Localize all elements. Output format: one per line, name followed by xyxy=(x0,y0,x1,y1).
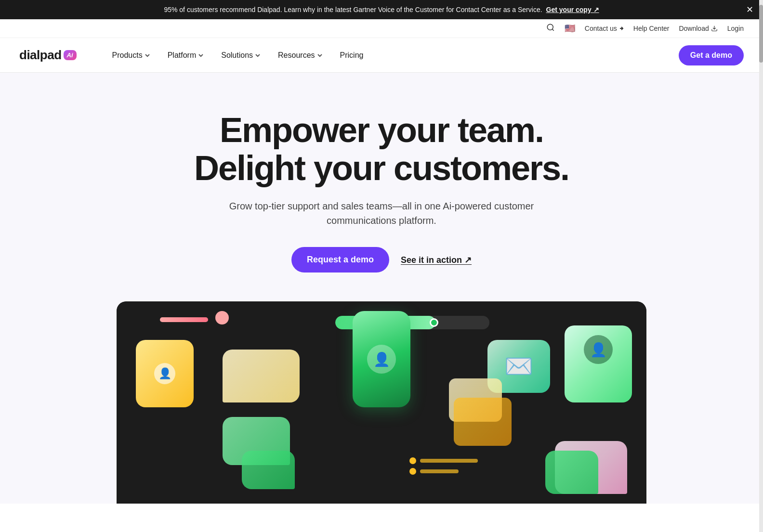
logo[interactable]: dialpad Ai xyxy=(19,48,77,63)
svg-point-0 xyxy=(547,24,553,30)
logo-text: dialpad xyxy=(19,48,62,63)
nav-items: Products Platform Solutions Resources Pr… xyxy=(105,47,679,64)
hero-subtitle: Grow top-tier support and sales teams—al… xyxy=(213,199,550,228)
nav-item-platform[interactable]: Platform xyxy=(161,47,211,64)
top-banner: 95% of customers recommend Dialpad. Lear… xyxy=(0,0,763,19)
page-scrollbar[interactable] xyxy=(759,0,763,504)
data-lines xyxy=(409,457,478,475)
hero-visual: 👤 👤 ✉️ 👤 xyxy=(117,301,646,504)
progress-dot xyxy=(430,318,438,327)
help-center-link[interactable]: Help Center xyxy=(633,25,670,32)
request-demo-button[interactable]: Request a demo xyxy=(291,247,389,272)
data-dot-2 xyxy=(409,468,416,475)
green-bubble-bottom-right xyxy=(545,451,598,494)
banner-cta[interactable]: Get your copy ↗ xyxy=(546,6,599,13)
flag-icon[interactable]: 🇺🇸 xyxy=(565,23,575,34)
nav-item-pricing[interactable]: Pricing xyxy=(333,47,370,64)
login-link[interactable]: Login xyxy=(727,25,744,32)
nav-item-resources[interactable]: Resources xyxy=(271,47,329,64)
contact-us-link[interactable]: Contact us xyxy=(585,25,624,32)
yellow-card-left: 👤 xyxy=(136,340,194,407)
avatar-icon-left: 👤 xyxy=(154,363,175,384)
data-line-2 xyxy=(420,469,459,473)
logo-badge: Ai xyxy=(64,50,77,60)
see-in-action-button[interactable]: See it in action ↗ xyxy=(401,255,472,265)
get-demo-button[interactable]: Get a demo xyxy=(679,45,744,65)
banner-text: 95% of customers recommend Dialpad. Lear… xyxy=(164,6,542,13)
main-nav: dialpad Ai Products Platform Solutions R… xyxy=(0,38,763,73)
data-line-1 xyxy=(420,459,478,463)
speech-bubble-green-xs xyxy=(242,451,295,489)
data-dot-1 xyxy=(409,457,416,464)
search-icon[interactable] xyxy=(546,23,555,34)
nav-item-products[interactable]: Products xyxy=(105,47,157,64)
coral-bar xyxy=(160,317,208,322)
phone-center: 👤 xyxy=(353,311,410,407)
phone-avatar: 👤 xyxy=(367,345,396,374)
hero-section: Empower your team. Delight your customer… xyxy=(0,73,763,504)
utility-bar: 🇺🇸 Contact us Help Center Download Login xyxy=(0,19,763,38)
green-card-right: 👤 xyxy=(565,325,632,402)
hero-title: Empower your team. Delight your customer… xyxy=(19,111,744,187)
download-button[interactable]: Download xyxy=(679,25,717,32)
svg-line-1 xyxy=(552,29,553,30)
yellow-card-stack2 xyxy=(454,398,512,446)
coral-dot xyxy=(215,311,229,324)
hero-visual-inner: 👤 👤 ✉️ 👤 xyxy=(117,301,646,504)
scrollbar-thumb[interactable] xyxy=(759,5,763,63)
hero-actions: Request a demo See it in action ↗ xyxy=(19,247,744,272)
nav-item-solutions[interactable]: Solutions xyxy=(214,47,267,64)
speech-bubble-yellow xyxy=(223,350,300,402)
avatar-icon-right: 👤 xyxy=(584,335,613,364)
banner-close-button[interactable]: ✕ xyxy=(746,4,753,15)
envelope-icon: ✉️ xyxy=(504,353,533,380)
